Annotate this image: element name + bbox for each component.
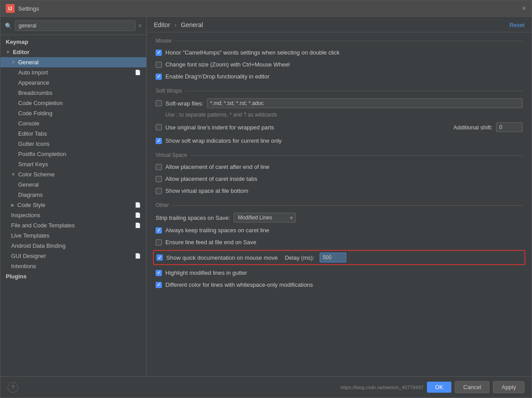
highlight-modified-row: Highlight modified lines in gutter <box>156 269 523 277</box>
soft-wraps-header: Soft Wraps <box>156 88 523 94</box>
sidebar-item-appearance[interactable]: Appearance <box>0 78 146 88</box>
different-color-row: Different color for lines with whitespac… <box>156 281 523 289</box>
app-icon: IJ <box>6 4 15 13</box>
gutter-icons-label: Gutter Icons <box>18 140 50 147</box>
file-code-templates-label: File and Code Templates <box>11 222 75 229</box>
sidebar-item-code-style[interactable]: ▶ Code Style 📄 <box>0 200 146 210</box>
search-input[interactable] <box>15 20 136 31</box>
sidebar-item-keymap[interactable]: Keymap <box>0 37 146 47</box>
show-quick-doc-checkbox[interactable] <box>156 254 163 261</box>
gui-designer-label: GUI Designer <box>11 253 46 259</box>
ensure-line-feed-checkbox[interactable] <box>156 239 162 246</box>
gui-designer-doc-icon: 📄 <box>135 253 141 259</box>
highlight-modified-checkbox[interactable] <box>156 270 162 276</box>
keep-trailing-label: Always keep trailing spaces on caret lin… <box>165 227 269 234</box>
sidebar-item-smart-keys[interactable]: Smart Keys <box>0 159 146 169</box>
sidebar-item-console[interactable]: Console <box>0 118 146 129</box>
mouse-section-header: Mouse <box>156 38 523 44</box>
show-indicators-checkbox[interactable] <box>156 138 162 144</box>
camel-humps-row: Honor "CamelHumps" words settings when s… <box>156 48 523 57</box>
drag-drop-checkbox[interactable] <box>156 74 162 80</box>
original-indent-label: Use original line's indent for wrapped p… <box>165 124 274 131</box>
soft-wrap-input[interactable] <box>207 98 523 108</box>
sidebar-item-plugins[interactable]: Plugins <box>0 271 146 281</box>
show-quick-doc-label: Show quick documentation on mouse move <box>166 254 278 261</box>
keymap-label: Keymap <box>6 39 28 45</box>
sidebar-item-file-code-templates[interactable]: File and Code Templates 📄 <box>0 220 146 230</box>
ok-button[interactable]: OK <box>427 382 451 393</box>
sidebar-item-android-data-binding[interactable]: Android Data Binding <box>0 241 146 251</box>
sidebar-item-editor[interactable]: ▼ Editor <box>0 47 146 57</box>
settings-dialog: IJ Settings × 🔍 × Keymap ▼ Editor <box>0 0 532 398</box>
soft-wrap-hint: Use ; to separate patterns, * and ? as w… <box>156 112 523 118</box>
sidebar-item-editor-tabs[interactable]: Editor Tabs <box>0 129 146 139</box>
content-header: Editor › General Reset <box>147 17 532 32</box>
caret-after-end-checkbox[interactable] <box>156 164 162 170</box>
plugins-label: Plugins <box>6 273 27 280</box>
reset-button[interactable]: Reset <box>509 22 524 28</box>
footer-right: https://blog.csdn.net/weixin_40778497 OK… <box>340 381 524 393</box>
sidebar-item-gui-designer[interactable]: GUI Designer 📄 <box>0 251 146 261</box>
appearance-label: Appearance <box>18 79 49 86</box>
search-bar: 🔍 × <box>0 17 146 35</box>
caret-inside-tabs-label: Allow placement of caret inside tabs <box>165 176 257 182</box>
change-font-checkbox[interactable] <box>156 62 162 68</box>
original-indent-checkbox[interactable] <box>156 124 162 130</box>
drag-drop-label: Enable Drag'n'Drop functionality in edit… <box>165 73 270 80</box>
soft-wraps-section: Soft Wraps Soft-wrap files: Use ; to sep… <box>156 88 523 145</box>
sidebar-item-code-completion[interactable]: Code Completion <box>0 98 146 108</box>
live-templates-label: Live Templates <box>11 232 49 239</box>
breadcrumb-part2: General <box>181 21 203 28</box>
caret-inside-tabs-checkbox[interactable] <box>156 176 162 182</box>
apply-button[interactable]: Apply <box>493 381 524 393</box>
sidebar-item-code-folding[interactable]: Code Folding <box>0 108 146 118</box>
smart-keys-label: Smart Keys <box>18 161 48 168</box>
strip-trailing-label: Strip trailing spaces on Save: <box>156 215 230 221</box>
sidebar-item-inspections[interactable]: Inspections 📄 <box>0 210 146 220</box>
dialog-footer: ? https://blog.csdn.net/weixin_40778497 … <box>0 376 532 398</box>
title-bar: IJ Settings × <box>0 0 532 17</box>
help-button[interactable]: ? <box>8 382 18 393</box>
virtual-bottom-row: Show virtual space at file bottom <box>156 187 523 195</box>
strip-trailing-dropdown-wrap: None All Modified Lines <box>234 213 296 222</box>
change-font-label: Change font size (Zoom) with Ctrl+Mouse … <box>165 61 290 68</box>
breadcrumb-part1: Editor <box>154 21 170 28</box>
show-quick-doc-row: Show quick documentation on mouse move D… <box>153 250 525 265</box>
color-scheme-arrow: ▼ <box>11 172 16 177</box>
sidebar-item-general[interactable]: ▼ General <box>0 57 146 67</box>
strip-trailing-dropdown[interactable]: None All Modified Lines <box>234 213 296 222</box>
ensure-line-feed-label: Ensure line feed at file end on Save <box>165 239 256 246</box>
sidebar-item-color-scheme[interactable]: ▼ Color Scheme <box>0 169 146 179</box>
delay-input[interactable] <box>320 253 346 262</box>
sidebar-item-live-templates[interactable]: Live Templates <box>0 230 146 241</box>
sidebar-item-auto-import[interactable]: Auto Import 📄 <box>0 67 146 78</box>
sidebar-item-color-general[interactable]: General <box>0 179 146 190</box>
editor-arrow: ▼ <box>6 50 10 55</box>
main-content: Editor › General Reset Mouse Honor "Came… <box>147 17 532 376</box>
sidebar-item-intentions[interactable]: Intentions <box>0 261 146 271</box>
search-clear-icon[interactable]: × <box>138 22 142 29</box>
different-color-checkbox[interactable] <box>156 282 162 288</box>
soft-wrap-checkbox[interactable] <box>156 100 162 106</box>
auto-import-doc-icon: 📄 <box>135 70 141 75</box>
editor-tabs-label: Editor Tabs <box>18 130 47 137</box>
change-font-row: Change font size (Zoom) with Ctrl+Mouse … <box>156 60 523 69</box>
editor-label: Editor <box>13 49 30 55</box>
camel-humps-checkbox[interactable] <box>156 50 162 56</box>
strip-trailing-row: Strip trailing spaces on Save: None All … <box>156 213 523 222</box>
sidebar-item-diagrams[interactable]: Diagrams <box>0 190 146 200</box>
close-button[interactable]: × <box>522 5 526 12</box>
caret-after-end-label: Allow placement of caret after end of li… <box>165 164 270 170</box>
keep-trailing-checkbox[interactable] <box>156 227 162 234</box>
virtual-space-header: Virtual Space <box>156 152 523 158</box>
sidebar-item-postfix-completion[interactable]: Postfix Completion <box>0 149 146 159</box>
auto-import-label: Auto Import <box>18 69 48 76</box>
camel-humps-label: Honor "CamelHumps" words settings when s… <box>165 49 340 56</box>
sidebar-item-gutter-icons[interactable]: Gutter Icons <box>0 139 146 149</box>
additional-shift-input[interactable] <box>496 122 523 132</box>
sidebar-item-breadcrumbs[interactable]: Breadcrumbs <box>0 88 146 98</box>
virtual-bottom-checkbox[interactable] <box>156 188 162 194</box>
color-general-label: General <box>18 181 39 188</box>
intentions-label: Intentions <box>11 263 36 269</box>
cancel-button[interactable]: Cancel <box>455 381 489 393</box>
